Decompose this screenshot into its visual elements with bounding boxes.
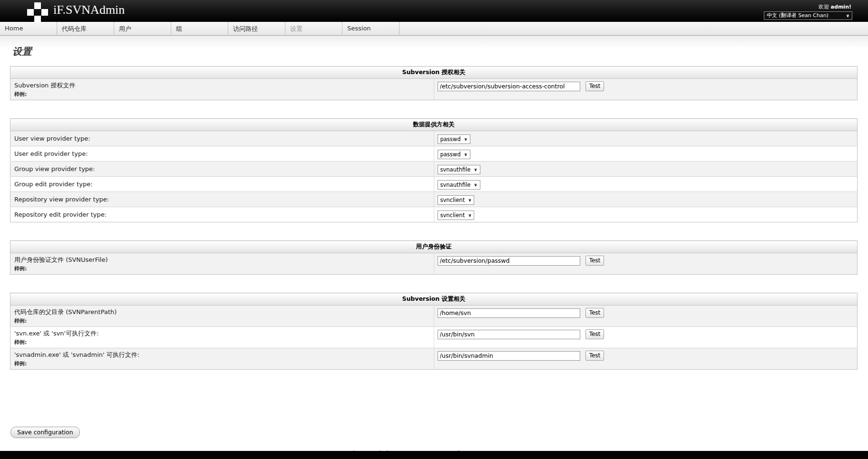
page-title: 设置 xyxy=(12,45,858,58)
setting-label: Subversion 授权文件 xyxy=(14,81,430,89)
setting-row-authfile: Subversion 授权文件 样例: Test xyxy=(10,79,858,100)
chevron-down-icon: ∨ xyxy=(468,198,471,202)
save-configuration-button[interactable]: Save configuration xyxy=(10,427,80,438)
section-title: 用户身份验证 xyxy=(10,241,858,253)
setting-row-user-view-provider: User view provider type: passwd ∨ xyxy=(10,131,858,146)
setting-label: 代码仓库的父目录 (SVNParentPath) xyxy=(14,308,430,316)
repository-edit-provider-select[interactable]: svnclient ∨ xyxy=(438,210,475,220)
setting-row-userfile: 用户身份验证文件 (SVNUserFile) 样例: Test xyxy=(10,253,858,275)
bottom-bar xyxy=(0,451,868,459)
language-select-value: 中文 (翻译者 Sean Chan) xyxy=(767,12,829,19)
nav-tab-accesspaths[interactable]: 访问路径 xyxy=(228,22,285,36)
chevron-down-icon: ∨ xyxy=(464,137,468,142)
user-edit-provider-select[interactable]: passwd ∨ xyxy=(438,150,470,159)
welcome-prefix: 欢迎 xyxy=(819,4,829,10)
chevron-down-icon: ∨ xyxy=(464,152,468,157)
language-select[interactable]: 中文 (翻译者 Sean Chan) ∨ xyxy=(764,11,852,20)
nav-tab-users[interactable]: 用户 xyxy=(114,22,171,36)
section-title: 数据提供方相关 xyxy=(10,119,858,131)
setting-label: User edit provider type: xyxy=(14,150,430,158)
setting-label: Repository view provider type: xyxy=(14,195,430,203)
setting-example-label: 样例: xyxy=(14,360,430,367)
parentpath-test-button[interactable]: Test xyxy=(585,308,605,318)
svn-executable-input[interactable] xyxy=(438,330,580,339)
nav-tab-repositories[interactable]: 代码仓库 xyxy=(57,22,114,36)
section-title: Subversion 授权相关 xyxy=(10,67,858,79)
nav-tab-groups[interactable]: 组 xyxy=(171,22,228,36)
section-data-providers: 数据提供方相关 User view provider type: passwd … xyxy=(10,118,858,222)
setting-label: 'svn.exe' 或 'svn'可执行文件: xyxy=(14,329,430,337)
chevron-down-icon: ∨ xyxy=(846,12,849,19)
select-value: svnclient xyxy=(440,197,465,203)
settings-page: 设置 Subversion 授权相关 Subversion 授权文件 样例: T… xyxy=(0,36,868,457)
setting-label: 用户身份验证文件 (SVNUserFile) xyxy=(14,256,430,264)
setting-example-label: 样例: xyxy=(14,339,430,346)
select-value: passwd xyxy=(440,151,461,158)
welcome-username: admin! xyxy=(831,4,851,10)
chevron-down-icon: ∨ xyxy=(468,213,471,218)
select-value: svnauthfile xyxy=(440,182,471,188)
nav-tab-home[interactable]: Home xyxy=(0,22,57,36)
setting-label: Group edit provider type: xyxy=(14,180,430,188)
setting-row-repo-edit-provider: Repository edit provider type: svnclient… xyxy=(10,207,858,222)
section-user-authentication: 用户身份验证 用户身份验证文件 (SVNUserFile) 样例: Test xyxy=(10,240,858,275)
nav-tab-session[interactable]: Session xyxy=(342,22,400,36)
select-value: svnclient xyxy=(440,212,465,219)
section-title: Subversion 设置相关 xyxy=(10,293,858,306)
main-nav: Home 代码仓库 用户 组 访问路径 设置 Session xyxy=(0,22,868,36)
section-subversion-authorization: Subversion 授权相关 Subversion 授权文件 样例: Test xyxy=(10,66,858,100)
setting-label: 'svnadmin.exe' 或 'svnadmin' 可执行文件: xyxy=(14,351,430,359)
svnadmin-executable-test-button[interactable]: Test xyxy=(585,351,605,361)
authfile-path-input[interactable] xyxy=(438,82,580,91)
welcome-message: 欢迎 admin! xyxy=(819,3,851,10)
app-header: iF.SVNAdmin 欢迎 admin! 中文 (翻译者 Sean Chan)… xyxy=(0,0,868,22)
group-view-provider-select[interactable]: svnauthfile ∨ xyxy=(438,165,480,174)
select-value: svnauthfile xyxy=(440,166,471,173)
nav-tab-settings[interactable]: 设置 xyxy=(285,22,342,36)
app-title: iF.SVNAdmin xyxy=(53,3,125,17)
setting-row-user-edit-provider: User edit provider type: passwd ∨ xyxy=(10,146,858,162)
group-edit-provider-select[interactable]: svnauthfile ∨ xyxy=(438,180,480,190)
setting-example-label: 样例: xyxy=(14,265,430,272)
setting-label: Group view provider type: xyxy=(14,165,430,173)
authfile-test-button[interactable]: Test xyxy=(585,81,605,91)
setting-row-svnadmin-executable: 'svnadmin.exe' 或 'svnadmin' 可执行文件: 样例: T… xyxy=(10,348,858,370)
setting-row-repo-view-provider: Repository view provider type: svnclient… xyxy=(10,192,858,207)
chevron-down-icon: ∨ xyxy=(474,182,477,187)
select-value: passwd xyxy=(440,136,461,143)
setting-row-svn-executable: 'svn.exe' 或 'svn'可执行文件: 样例: Test xyxy=(10,327,858,348)
svnadmin-executable-input[interactable] xyxy=(438,351,580,361)
parentpath-input[interactable] xyxy=(438,308,580,318)
setting-row-group-view-provider: Group view provider type: svnauthfile ∨ xyxy=(10,162,858,177)
chevron-down-icon: ∨ xyxy=(474,167,477,172)
user-view-provider-select[interactable]: passwd ∨ xyxy=(438,134,470,144)
setting-row-parentpath: 代码仓库的父目录 (SVNParentPath) 样例: Test xyxy=(10,306,858,327)
repository-view-provider-select[interactable]: svnclient ∨ xyxy=(438,195,475,205)
app-logo-icon xyxy=(27,2,48,23)
setting-example-label: 样例: xyxy=(14,317,430,325)
userfile-test-button[interactable]: Test xyxy=(585,256,605,266)
setting-example-label: 样例: xyxy=(14,91,430,98)
setting-label: User view provider type: xyxy=(14,134,430,143)
setting-label: Repository edit provider type: xyxy=(14,210,430,219)
userfile-path-input[interactable] xyxy=(438,256,580,266)
setting-row-group-edit-provider: Group edit provider type: svnauthfile ∨ xyxy=(10,177,858,192)
svn-executable-test-button[interactable]: Test xyxy=(585,329,605,339)
section-subversion-settings: Subversion 设置相关 代码仓库的父目录 (SVNParentPath)… xyxy=(10,293,858,370)
